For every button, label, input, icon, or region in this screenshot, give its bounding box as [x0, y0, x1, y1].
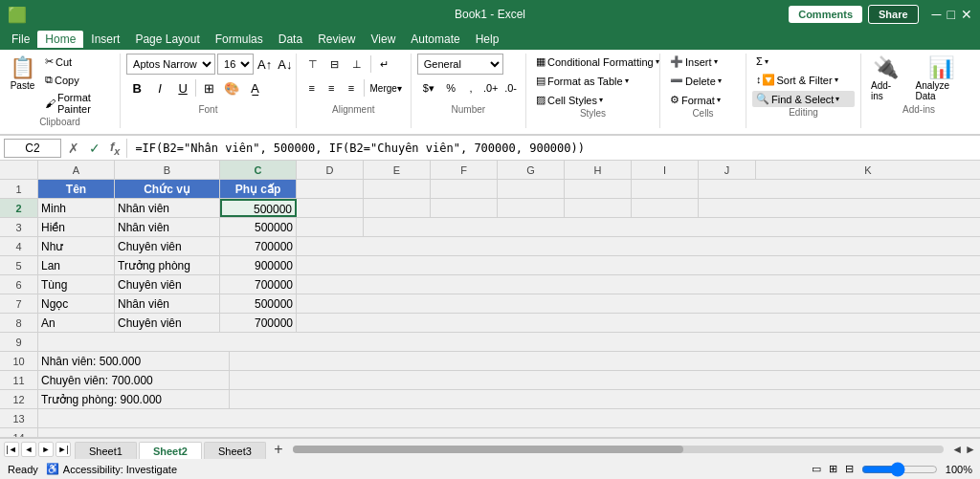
increase-font-button[interactable]: A↑ — [256, 55, 274, 74]
cell-C5[interactable]: 900000 — [220, 256, 297, 274]
menu-view[interactable]: View — [364, 31, 404, 48]
delete-button[interactable]: ➖ Delete ▾ — [666, 73, 740, 89]
font-size-select[interactable]: 16 — [217, 54, 254, 75]
menu-automate[interactable]: Automate — [403, 31, 467, 48]
col-header-E[interactable]: E — [364, 161, 431, 179]
sheet-last-button[interactable]: ►| — [56, 442, 71, 457]
analyze-data-button[interactable]: 📊 Analyze Data — [912, 54, 971, 104]
sheet-next-button[interactable]: ► — [38, 442, 54, 457]
cell-H2[interactable] — [565, 199, 632, 217]
font-color-button[interactable]: A̲ — [244, 77, 265, 98]
cell-A1[interactable]: Tên — [38, 180, 115, 198]
menu-data[interactable]: Data — [271, 31, 310, 48]
minimize-button[interactable]: ─ — [932, 7, 942, 22]
sheet-tab-sheet3[interactable]: Sheet3 — [204, 442, 266, 460]
cell-C7[interactable]: 500000 — [220, 294, 297, 313]
cell-A7[interactable]: Ngọc — [38, 294, 115, 313]
format-button[interactable]: ⚙ Format ▾ — [666, 92, 740, 108]
wrap-text-button[interactable]: ↵ — [374, 54, 395, 75]
share-button[interactable]: Share — [868, 5, 919, 24]
menu-review[interactable]: Review — [310, 31, 363, 48]
copy-button[interactable]: ⧉ Copy — [41, 72, 114, 88]
menu-formulas[interactable]: Formulas — [208, 31, 271, 48]
maximize-button[interactable]: □ — [947, 7, 955, 22]
sheet-prev-button[interactable]: ◄ — [21, 442, 36, 457]
row-num-5[interactable]: 5 — [0, 256, 38, 274]
cell-A6[interactable]: Tùng — [38, 275, 115, 294]
col-header-F[interactable]: F — [431, 161, 498, 179]
col-header-K[interactable]: K — [756, 161, 980, 179]
col-header-B[interactable]: B — [115, 161, 220, 179]
cell-B4[interactable]: Chuyên viên — [115, 237, 220, 255]
cell-E2[interactable] — [364, 199, 431, 217]
conditional-formatting-button[interactable]: ▦ Conditional Formatting ▾ — [532, 54, 654, 70]
page-layout-icon[interactable]: ⊞ — [829, 463, 837, 475]
add-sheet-button[interactable]: + — [268, 439, 289, 460]
format-table-button[interactable]: ▤ Format as Table ▾ — [532, 73, 654, 89]
normal-view-icon[interactable]: ▭ — [812, 463, 821, 475]
cell-B5[interactable]: Trưởng phòng — [115, 256, 220, 274]
cell-C3[interactable]: 500000 — [220, 218, 297, 236]
cell-C1[interactable]: Phụ cấp — [220, 180, 297, 198]
close-button[interactable]: ✕ — [961, 7, 972, 22]
cell-A12[interactable]: Trưởng phòng: 900.000 — [38, 390, 230, 408]
cell-F1[interactable] — [431, 180, 498, 198]
cell-C4[interactable]: 700000 — [220, 237, 297, 255]
insert-function-icon[interactable]: fx — [107, 140, 122, 157]
decrease-font-button[interactable]: A↓ — [276, 55, 294, 74]
sheet-tab-sheet1[interactable]: Sheet1 — [75, 442, 137, 460]
align-bottom-button[interactable]: ⊥ — [346, 54, 368, 75]
col-header-H[interactable]: H — [565, 161, 632, 179]
find-select-button[interactable]: 🔍 Find & Select ▾ — [752, 91, 855, 107]
menu-help[interactable]: Help — [468, 31, 507, 48]
bold-button[interactable]: B — [126, 77, 147, 98]
cell-A5[interactable]: Lan — [38, 256, 115, 274]
row-num-10[interactable]: 10 — [0, 352, 38, 370]
cell-B2[interactable]: Nhân viên — [115, 199, 220, 217]
cell-B7[interactable]: Nhân viên — [115, 294, 220, 313]
cell-D2[interactable] — [297, 199, 364, 217]
cell-J2[interactable] — [699, 199, 980, 217]
align-center-button[interactable]: ≡ — [322, 77, 341, 98]
cell-D1[interactable] — [297, 180, 364, 198]
fill-color-button[interactable]: 🎨 — [221, 77, 242, 98]
name-box[interactable] — [4, 139, 61, 158]
sheet-first-button[interactable]: |◄ — [4, 442, 19, 457]
cell-B8[interactable]: Chuyên viên — [115, 314, 220, 332]
menu-file[interactable]: File — [4, 31, 37, 48]
scroll-left-icon[interactable]: ◄ — [951, 443, 963, 456]
cell-H1[interactable] — [565, 180, 632, 198]
paste-button[interactable]: 📋 Paste — [6, 54, 39, 93]
page-break-icon[interactable]: ⊟ — [845, 463, 854, 475]
cell-G2[interactable] — [498, 199, 565, 217]
row-num-14[interactable]: 14 — [0, 428, 38, 437]
accounting-button[interactable]: $▾ — [417, 77, 440, 98]
col-header-C[interactable]: C — [220, 161, 297, 179]
row-num-7[interactable]: 7 — [0, 294, 38, 313]
align-middle-button[interactable]: ⊟ — [324, 54, 345, 75]
comments-button[interactable]: Comments — [789, 6, 862, 23]
row-num-3[interactable]: 3 — [0, 218, 38, 236]
scrollbar-thumb[interactable] — [293, 446, 683, 453]
number-format-select[interactable]: General — [417, 54, 503, 75]
col-header-A[interactable]: A — [38, 161, 115, 179]
cell-F2[interactable] — [431, 199, 498, 217]
font-name-select[interactable]: Aptos Narrow — [126, 54, 215, 75]
col-header-I[interactable]: I — [632, 161, 699, 179]
menu-pagelayout[interactable]: Page Layout — [127, 31, 207, 48]
cell-C8[interactable]: 700000 — [220, 314, 297, 332]
cell-A10[interactable]: Nhân viên: 500.000 — [38, 352, 230, 370]
align-left-button[interactable]: ≡ — [302, 77, 322, 98]
confirm-formula-icon[interactable]: ✓ — [86, 141, 103, 156]
cell-J1[interactable] — [699, 180, 980, 198]
row-num-11[interactable]: 11 — [0, 371, 38, 389]
cell-C6[interactable]: 700000 — [220, 275, 297, 294]
cell-I2[interactable] — [632, 199, 699, 217]
align-right-button[interactable]: ≡ — [342, 77, 361, 98]
format-painter-button[interactable]: 🖌 Format Painter — [41, 90, 114, 117]
cell-A3[interactable]: Hiền — [38, 218, 115, 236]
zoom-slider[interactable] — [861, 462, 938, 477]
cell-B6[interactable]: Chuyên viên — [115, 275, 220, 294]
sort-filter-button[interactable]: ↕🔽 Sort & Filter ▾ — [752, 72, 855, 88]
merge-center-button[interactable]: Merge▾ — [368, 77, 405, 98]
